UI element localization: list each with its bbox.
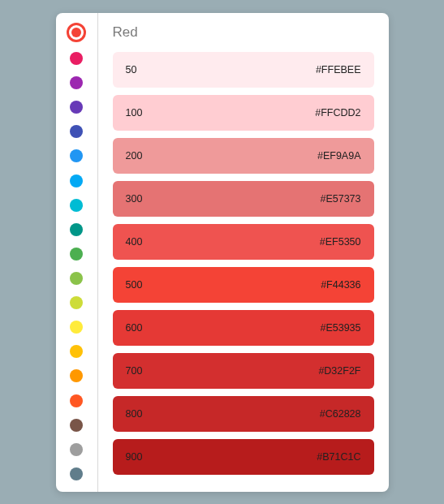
color-family-cyan[interactable] — [67, 197, 86, 213]
swatch-shade-label: 700 — [126, 365, 143, 377]
swatch-shade-label: 400 — [126, 236, 143, 248]
swatch-row[interactable]: 900#B71C1C — [113, 439, 374, 475]
color-dot-icon — [70, 76, 83, 89]
color-dot-icon — [70, 52, 83, 65]
color-dot-icon — [70, 321, 83, 334]
swatch-row[interactable]: 700#D32F2F — [113, 353, 374, 389]
swatch-row[interactable]: 400#EF5350 — [113, 224, 374, 260]
color-dot-icon — [70, 174, 83, 187]
color-dot-icon — [70, 101, 83, 114]
swatch-shade-label: 200 — [126, 150, 143, 162]
swatch-hex-value: #FFEBEE — [316, 64, 361, 75]
color-family-brown[interactable] — [67, 417, 86, 433]
color-family-pink[interactable] — [67, 51, 86, 67]
swatch-hex-value: #C62828 — [320, 408, 361, 420]
swatch-row[interactable]: 500#F44336 — [113, 267, 374, 303]
swatch-row[interactable]: 800#C62828 — [113, 396, 374, 432]
color-family-deep-purple[interactable] — [67, 100, 86, 115]
color-dot-icon — [70, 125, 83, 138]
color-family-orange[interactable] — [67, 368, 86, 384]
color-family-yellow[interactable] — [67, 320, 86, 335]
color-family-title: Red — [113, 24, 374, 41]
color-family-indigo[interactable] — [67, 124, 86, 140]
swatch-shade-label: 300 — [126, 193, 143, 205]
swatch-hex-value: #FFCDD2 — [315, 107, 360, 118]
color-family-blue[interactable] — [67, 149, 86, 164]
swatch-hex-value: #B71C1C — [317, 451, 360, 463]
swatch-shade-label: 50 — [126, 64, 137, 75]
swatch-shade-label: 100 — [126, 107, 143, 118]
color-family-light-blue[interactable] — [67, 173, 86, 188]
color-family-purple[interactable] — [67, 75, 86, 91]
color-family-red[interactable] — [67, 23, 86, 42]
swatch-shade-label: 500 — [126, 279, 143, 291]
color-dot-icon — [70, 199, 83, 212]
swatch-hex-value: #E57373 — [320, 193, 360, 205]
color-palette-card: Red 50#FFEBEE100#FFCDD2200#EF9A9A300#E57… — [56, 13, 389, 492]
color-dot-icon — [70, 223, 83, 236]
color-detail-panel: Red 50#FFEBEE100#FFCDD2200#EF9A9A300#E57… — [98, 13, 389, 492]
color-dot-icon — [70, 345, 83, 358]
color-family-blue-grey[interactable] — [67, 466, 86, 481]
swatch-shade-label: 800 — [126, 408, 143, 420]
swatch-hex-value: #EF5350 — [320, 236, 361, 248]
swatch-shade-label: 600 — [126, 322, 143, 334]
color-dot-icon — [71, 28, 81, 37]
swatch-list: 50#FFEBEE100#FFCDD2200#EF9A9A300#E573734… — [113, 52, 374, 475]
swatch-shade-label: 900 — [126, 451, 143, 463]
swatch-row[interactable]: 200#EF9A9A — [113, 138, 374, 174]
color-dot-icon — [70, 296, 83, 309]
color-dot-icon — [70, 394, 83, 407]
color-family-sidebar — [56, 13, 98, 492]
swatch-row[interactable]: 100#FFCDD2 — [113, 95, 374, 131]
color-dot-icon — [70, 419, 83, 432]
swatch-row[interactable]: 300#E57373 — [113, 181, 374, 217]
swatch-hex-value: #E53935 — [320, 322, 360, 334]
swatch-row[interactable]: 50#FFEBEE — [113, 52, 374, 88]
color-family-lime[interactable] — [67, 295, 86, 311]
color-family-green[interactable] — [67, 246, 86, 261]
color-dot-icon — [70, 369, 83, 382]
selected-ring-icon — [67, 23, 86, 42]
color-family-amber[interactable] — [67, 344, 86, 360]
color-dot-icon — [70, 467, 83, 480]
swatch-hex-value: #D32F2F — [318, 365, 360, 377]
color-family-deep-orange[interactable] — [67, 393, 86, 408]
color-dot-icon — [70, 149, 83, 162]
color-family-teal[interactable] — [67, 222, 86, 237]
color-dot-icon — [70, 272, 83, 285]
color-dot-icon — [70, 443, 83, 456]
color-family-grey[interactable] — [67, 442, 86, 457]
swatch-row[interactable]: 600#E53935 — [113, 310, 374, 346]
color-dot-icon — [70, 248, 83, 261]
color-family-light-green[interactable] — [67, 270, 86, 286]
swatch-hex-value: #F44336 — [321, 279, 360, 291]
swatch-hex-value: #EF9A9A — [317, 150, 361, 162]
